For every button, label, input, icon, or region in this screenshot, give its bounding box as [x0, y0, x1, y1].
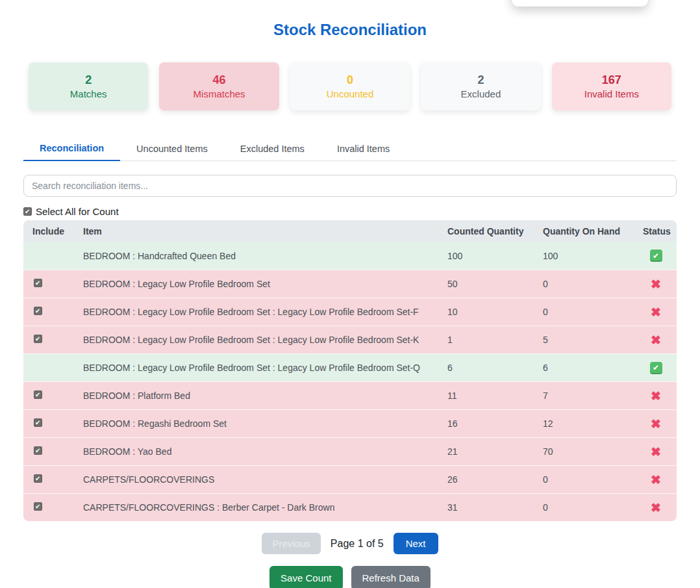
quantity-on-hand-cell: 12 [535, 409, 635, 437]
include-cell [23, 298, 75, 326]
invalid-items-card: 167 Invalid Items [552, 62, 671, 110]
quantity-on-hand-cell: 6 [535, 353, 635, 381]
include-checkbox[interactable] [34, 474, 42, 483]
include-cell [23, 493, 75, 521]
quantity-on-hand-cell: 100 [535, 242, 635, 270]
header-status: Status [635, 220, 677, 242]
excluded-label: Excluded [461, 89, 501, 99]
search-input[interactable] [23, 175, 677, 197]
include-checkbox[interactable] [34, 502, 42, 511]
tab-uncounted-items[interactable]: Uncounted Items [120, 136, 224, 160]
status-cell: ✔ [635, 242, 677, 270]
invalid-items-label: Invalid Items [584, 89, 639, 99]
item-cell: BEDROOM : Regashi Bedroom Set [75, 409, 440, 437]
include-checkbox[interactable] [34, 418, 42, 427]
matches-count: 2 [85, 74, 92, 86]
select-all-label: Select All for Count [36, 206, 119, 217]
header-counted-quantity: Counted Quantity [440, 220, 535, 242]
quantity-on-hand-cell: 0 [535, 298, 635, 326]
counted-quantity-cell: 6 [440, 353, 535, 381]
counted-quantity-cell: 21 [440, 437, 535, 465]
previous-button[interactable]: Previous [262, 533, 320, 554]
table-row: BEDROOM : Platform Bed117✖ [23, 381, 677, 409]
page-title: Stock Reconciliation [23, 0, 677, 39]
quantity-on-hand-cell: 0 [535, 270, 635, 298]
status-cell: ✖ [635, 381, 677, 409]
select-all-checkbox[interactable] [23, 207, 32, 216]
include-cell [23, 409, 75, 437]
excluded-card: 2 Excluded [421, 62, 540, 110]
include-checkbox[interactable] [34, 446, 42, 455]
tab-bar: Reconciliation Uncounted Items Excluded … [23, 136, 677, 161]
status-cell: ✖ [635, 465, 677, 493]
include-cell [23, 353, 75, 381]
item-cell: BEDROOM : Legacy Low Profile Bedroom Set… [75, 298, 440, 326]
x-icon: ✖ [651, 278, 661, 290]
include-cell [23, 465, 75, 493]
page-indicator: Page 1 of 5 [331, 538, 384, 550]
mismatches-count: 46 [213, 74, 226, 86]
counted-quantity-cell: 10 [440, 298, 535, 326]
x-icon: ✖ [651, 418, 661, 430]
header-item: Item [75, 220, 440, 242]
matches-card: 2 Matches [29, 62, 148, 110]
x-icon: ✖ [651, 502, 661, 514]
item-cell: BEDROOM : Yao Bed [75, 437, 440, 465]
item-cell: BEDROOM : Legacy Low Profile Bedroom Set… [75, 326, 440, 353]
table-row: BEDROOM : Legacy Low Profile Bedroom Set… [23, 298, 677, 326]
item-cell: BEDROOM : Handcrafted Queen Bed [75, 242, 440, 270]
include-checkbox[interactable] [34, 390, 42, 399]
mismatches-label: Mismatches [194, 89, 245, 99]
item-cell: BEDROOM : Legacy Low Profile Bedroom Set… [75, 353, 440, 381]
status-cell: ✖ [635, 298, 677, 326]
stock-reconciliation-page: Stock Reconciliation 2 Matches 46 Mismat… [0, 0, 700, 588]
counted-quantity-cell: 26 [440, 465, 535, 493]
check-icon: ✔ [650, 362, 662, 374]
quantity-on-hand-cell: 0 [535, 493, 635, 521]
header-include: Include [23, 220, 75, 242]
quantity-on-hand-cell: 70 [535, 437, 635, 465]
include-checkbox[interactable] [34, 279, 42, 287]
table-row: BEDROOM : Regashi Bedroom Set1612✖ [23, 409, 677, 437]
item-cell: BEDROOM : Legacy Low Profile Bedroom Set [75, 270, 440, 298]
counted-quantity-cell: 11 [440, 381, 535, 409]
status-cell: ✖ [635, 326, 677, 353]
x-icon: ✖ [651, 306, 661, 318]
counted-quantity-cell: 16 [440, 409, 535, 437]
table-row: BEDROOM : Yao Bed2170✖ [23, 437, 677, 465]
status-cell: ✖ [635, 409, 677, 437]
item-cell: CARPETS/FLOORCOVERINGS [75, 465, 440, 493]
x-icon: ✖ [651, 474, 661, 486]
item-cell: BEDROOM : Platform Bed [75, 381, 440, 409]
tab-reconciliation[interactable]: Reconciliation [23, 136, 120, 161]
table-row: BEDROOM : Legacy Low Profile Bedroom Set… [23, 326, 677, 353]
save-count-button[interactable]: Save Count [269, 566, 342, 588]
table-row: BEDROOM : Legacy Low Profile Bedroom Set… [23, 270, 677, 298]
include-cell [23, 242, 75, 270]
quantity-on-hand-cell: 0 [535, 465, 635, 493]
action-buttons: Save Count Refresh Data [23, 566, 677, 588]
status-cell: ✔ [635, 353, 677, 381]
check-icon: ✔ [650, 249, 662, 262]
table-row: CARPETS/FLOORCOVERINGS260✖ [23, 465, 677, 493]
tab-excluded-items[interactable]: Excluded Items [224, 136, 321, 160]
uncounted-card: 0 Uncounted [290, 62, 410, 110]
excluded-count: 2 [477, 74, 484, 86]
status-cell: ✖ [635, 493, 677, 521]
next-button[interactable]: Next [394, 533, 438, 554]
counted-quantity-cell: 1 [440, 326, 535, 353]
table-row: BEDROOM : Handcrafted Queen Bed100100✔ [23, 242, 677, 270]
quantity-on-hand-cell: 7 [535, 381, 635, 409]
tab-invalid-items[interactable]: Invalid Items [321, 136, 406, 160]
include-checkbox[interactable] [34, 335, 42, 343]
header-quantity-on-hand: Quantity On Hand [535, 220, 635, 242]
counted-quantity-cell: 100 [440, 242, 535, 270]
x-icon: ✖ [651, 390, 661, 402]
table-header: Include Item Counted Quantity Quantity O… [23, 220, 677, 242]
status-cell: ✖ [635, 437, 677, 465]
include-checkbox[interactable] [34, 307, 42, 315]
matches-label: Matches [70, 89, 107, 99]
quantity-on-hand-cell: 5 [535, 326, 635, 353]
include-cell [23, 326, 75, 353]
refresh-data-button[interactable]: Refresh Data [351, 566, 431, 588]
